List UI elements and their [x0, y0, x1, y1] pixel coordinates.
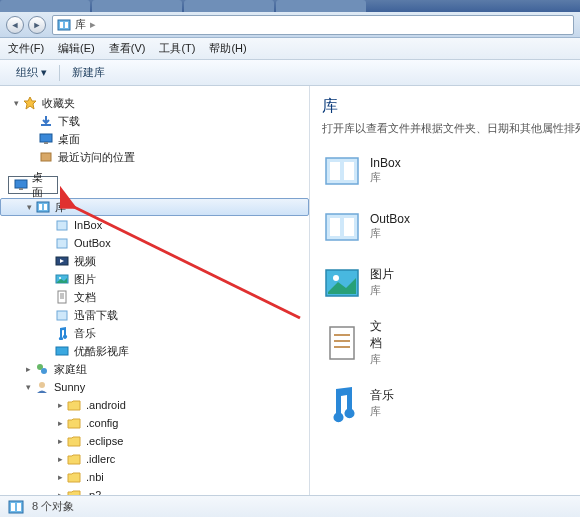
tree-folder-p2[interactable]: ▸.p2 [0, 486, 309, 495]
svg-rect-10 [37, 202, 49, 212]
svg-rect-7 [41, 153, 51, 161]
menu-edit[interactable]: 编辑(E) [58, 41, 95, 56]
svg-rect-29 [330, 162, 340, 180]
svg-point-26 [41, 368, 47, 374]
new-library-button[interactable]: 新建库 [64, 63, 113, 82]
tree-folder-config[interactable]: ▸.config [0, 414, 309, 432]
tree-favorites[interactable]: ▾收藏夹 [0, 94, 309, 112]
tab[interactable] [184, 0, 274, 12]
navigation-tree[interactable]: ▾收藏夹 下载 桌面 最近访问的位置 桌面 ▾库 InBox OutBox 视频… [0, 86, 310, 495]
tree-folder-idlerc[interactable]: ▸.idlerc [0, 450, 309, 468]
folder-icon [54, 235, 70, 251]
folder-icon [66, 469, 82, 485]
svg-rect-13 [57, 221, 67, 230]
svg-rect-6 [44, 142, 48, 144]
tree-folder-eclipse[interactable]: ▸.eclipse [0, 432, 309, 450]
library-item-pictures[interactable]: 图片库 [322, 262, 522, 302]
library-item-music[interactable]: 音乐库 [322, 383, 522, 423]
picture-library-icon [322, 262, 362, 302]
tab[interactable] [92, 0, 182, 12]
tree-music[interactable]: 音乐 [0, 324, 309, 342]
folder-icon [54, 217, 70, 233]
content-subtitle: 打开库以查看文件并根据文件夹、日期和其他属性排列这些文件。 [322, 121, 568, 136]
tree-folder-nbi[interactable]: ▸.nbi [0, 468, 309, 486]
tree-youku[interactable]: 优酷影视库 [0, 342, 309, 360]
tree-inbox[interactable]: InBox [0, 216, 309, 234]
folder-icon [66, 487, 82, 495]
library-item-outbox[interactable]: OutBox库 [322, 206, 382, 246]
picture-icon [54, 271, 70, 287]
svg-rect-14 [57, 239, 67, 248]
tree-folder-android[interactable]: ▸.android [0, 396, 309, 414]
svg-rect-11 [39, 204, 42, 210]
tree-video[interactable]: 视频 [0, 252, 309, 270]
library-item-documents[interactable]: 文档库 [322, 318, 382, 367]
music-library-icon [322, 383, 362, 423]
video-icon [54, 253, 70, 269]
svg-marker-3 [24, 97, 36, 109]
svg-rect-0 [58, 20, 70, 30]
library-icon [57, 18, 71, 32]
svg-rect-5 [40, 134, 52, 142]
breadcrumb-sep: ▸ [90, 18, 96, 31]
desktop-icon [38, 131, 54, 147]
status-count: 8 个对象 [32, 499, 74, 514]
tree-downloads[interactable]: 下载 [0, 112, 309, 130]
svg-rect-33 [344, 218, 354, 236]
tab[interactable] [0, 0, 90, 12]
tab[interactable] [276, 0, 366, 12]
svg-rect-32 [330, 218, 340, 236]
content-pane: 库 打开库以查看文件并根据文件夹、日期和其他属性排列这些文件。 InBox库 O… [310, 86, 580, 495]
address-box[interactable]: 库 ▸ [52, 15, 574, 35]
tree-user-sunny[interactable]: ▾Sunny [0, 378, 309, 396]
recent-icon [38, 149, 54, 165]
address-bar-row: ◄ ► 库 ▸ [0, 12, 580, 38]
tree-xunlei[interactable]: 迅雷下载 [0, 306, 309, 324]
svg-rect-41 [11, 503, 15, 511]
svg-rect-2 [65, 22, 68, 28]
library-icon [8, 499, 24, 515]
tree-libraries[interactable]: ▾库 [0, 198, 309, 216]
svg-rect-42 [17, 503, 21, 511]
svg-point-35 [333, 275, 339, 281]
user-icon [34, 379, 50, 395]
music-icon [54, 325, 70, 341]
separator [59, 65, 60, 81]
menu-help[interactable]: 帮助(H) [209, 41, 246, 56]
folder-icon [66, 415, 82, 431]
tree-outbox[interactable]: OutBox [0, 234, 309, 252]
menu-bar: 文件(F) 编辑(E) 查看(V) 工具(T) 帮助(H) [0, 38, 580, 60]
download-icon [54, 307, 70, 323]
library-item-inbox[interactable]: InBox库 [322, 150, 522, 190]
toolbar: 组织 ▾ 新建库 [0, 60, 580, 86]
tree-documents[interactable]: 文档 [0, 288, 309, 306]
breadcrumb-location: 库 [75, 17, 86, 32]
svg-rect-1 [60, 22, 63, 28]
document-icon [54, 289, 70, 305]
svg-rect-30 [344, 162, 354, 180]
folder-icon [66, 433, 82, 449]
folder-icon [66, 451, 82, 467]
tree-pictures[interactable]: 图片 [0, 270, 309, 288]
svg-rect-12 [44, 204, 47, 210]
library-folder-icon [322, 206, 362, 246]
back-button[interactable]: ◄ [6, 16, 24, 34]
library-folder-icon [322, 150, 362, 190]
desktop-icon [13, 177, 28, 193]
document-library-icon [322, 323, 362, 363]
forward-button[interactable]: ► [28, 16, 46, 34]
menu-tools[interactable]: 工具(T) [159, 41, 195, 56]
library-icon [35, 199, 51, 215]
menu-file[interactable]: 文件(F) [8, 41, 44, 56]
menu-view[interactable]: 查看(V) [109, 41, 146, 56]
download-icon [38, 113, 54, 129]
video-icon [54, 343, 70, 359]
tree-homegroup[interactable]: ▸家庭组 [0, 360, 309, 378]
homegroup-icon [34, 361, 50, 377]
tree-desktop-fav[interactable]: 桌面 [0, 130, 309, 148]
star-icon [22, 95, 38, 111]
tree-desktop-root[interactable]: 桌面 [8, 176, 58, 194]
tree-recent[interactable]: 最近访问的位置 [0, 148, 309, 166]
folder-icon [66, 397, 82, 413]
organize-button[interactable]: 组织 ▾ [8, 63, 55, 82]
